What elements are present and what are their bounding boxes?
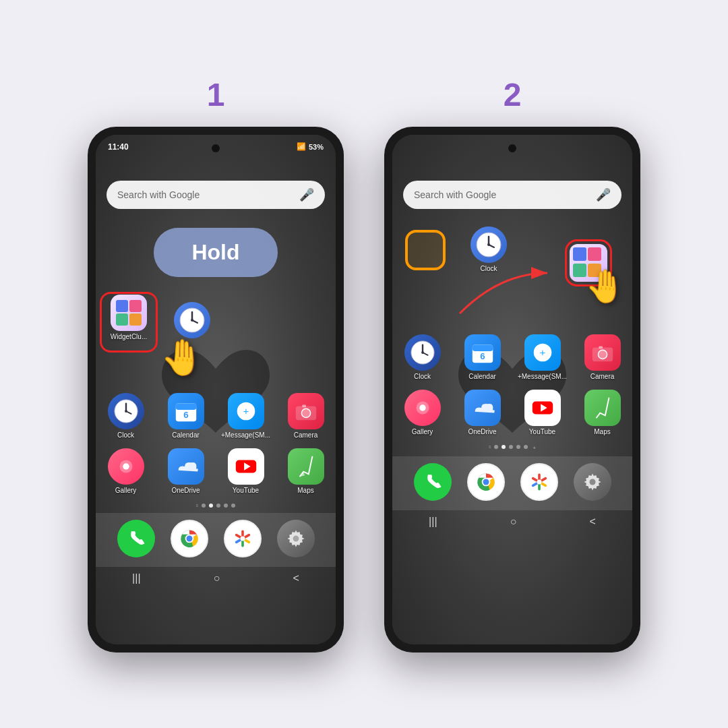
screen-content-2: Search with Google 🎤 xyxy=(392,135,632,644)
phone-1: 11:40 📶 53% Search with Google 🎤 xyxy=(88,127,344,653)
hold-section: Hold xyxy=(96,220,336,285)
app-calendar-1[interactable]: 6 Calendar xyxy=(162,393,210,439)
svg-rect-15 xyxy=(302,404,306,407)
main-container: 1 11:40 📶 53% xyxy=(61,49,667,679)
dot2-5 xyxy=(524,445,528,449)
mic-icon-2: 🎤 xyxy=(596,187,611,202)
camera-notch-1 xyxy=(212,144,220,152)
app-calendar-label-2: Calendar xyxy=(468,373,496,380)
nav-back-2[interactable]: < xyxy=(590,516,596,528)
hand-cursor-2: 🤚 xyxy=(585,268,626,305)
apps-row2-2: Clock 6 Calendar xyxy=(392,334,632,380)
dot-5 xyxy=(231,504,235,508)
battery-text: 53% xyxy=(309,143,324,151)
hold-button: Hold xyxy=(154,228,277,277)
wifi-icon: 📶 xyxy=(297,142,306,151)
nav-recent-1[interactable]: ||| xyxy=(132,572,140,584)
dock-phone-1[interactable] xyxy=(113,520,160,557)
apps-row2-1: Clock 6 Calendar xyxy=(96,393,336,439)
svg-text:+: + xyxy=(243,404,249,416)
app-clock-1[interactable]: Clock xyxy=(102,393,150,439)
dock-settings-2[interactable] xyxy=(569,463,616,501)
svg-point-14 xyxy=(301,408,310,417)
app-clock-top-2[interactable]: Clock xyxy=(465,226,512,272)
search-bar-1[interactable]: Search with Google 🎤 xyxy=(107,181,325,209)
nav-home-1[interactable]: ○ xyxy=(214,572,220,584)
dock-photos-1[interactable] xyxy=(219,520,266,557)
svg-point-24 xyxy=(240,536,245,541)
svg-text:+: + xyxy=(539,346,545,357)
dot-4 xyxy=(224,504,228,508)
app-messages-2[interactable]: + +Message(SM... xyxy=(519,334,566,380)
hand-cursor-1: 🤚 xyxy=(160,337,204,378)
app-camera-label-1: Camera xyxy=(294,431,318,439)
dock-settings-1[interactable] xyxy=(272,520,320,557)
dot2-3 xyxy=(509,445,513,449)
status-time-1: 11:40 xyxy=(108,142,129,152)
search-text-2: Search with Google xyxy=(414,189,590,200)
app-gallery-label-1: Gallery xyxy=(115,487,137,494)
app-gallery-1[interactable]: Gallery xyxy=(102,448,150,494)
svg-point-51 xyxy=(537,479,541,484)
svg-point-7 xyxy=(125,410,127,413)
dock-photos-2[interactable] xyxy=(516,463,563,501)
search-text-1: Search with Google xyxy=(117,189,294,200)
floating-widgetclub: 🤚 xyxy=(565,239,612,286)
app-widgetclub[interactable]: WidgetClu... xyxy=(105,295,152,340)
app-youtube-1[interactable]: YouTube xyxy=(222,448,270,494)
step-1: 1 11:40 📶 53% xyxy=(88,76,344,653)
app-clock-top-1[interactable] xyxy=(169,302,216,340)
phone-screen-2: Search with Google 🎤 xyxy=(392,135,632,644)
nav-recent-2[interactable]: ||| xyxy=(429,516,437,528)
app-clock-label-1: Clock xyxy=(117,431,134,439)
phone-2: Search with Google 🎤 xyxy=(384,127,640,653)
mic-icon-1: 🎤 xyxy=(299,187,314,202)
nav-back-1[interactable]: < xyxy=(293,572,299,584)
app-youtube-2[interactable]: YouTube xyxy=(519,390,566,435)
svg-rect-43 xyxy=(599,346,603,348)
app-clock-2[interactable]: Clock xyxy=(399,334,446,380)
svg-point-3 xyxy=(191,319,193,322)
dock-2 xyxy=(392,456,632,510)
app-calendar-2[interactable]: 6 Calendar xyxy=(459,334,506,380)
status-right-1: 📶 53% xyxy=(297,142,324,151)
app-onedrive-1[interactable]: OneDrive xyxy=(162,448,210,494)
app-camera-1[interactable]: Camera xyxy=(282,393,330,439)
app-youtube-label-2: YouTube xyxy=(529,428,555,435)
dock-phone-2[interactable] xyxy=(409,463,456,501)
app-youtube-label-1: YouTube xyxy=(233,487,259,494)
svg-text:6: 6 xyxy=(183,409,188,419)
dot-1 xyxy=(202,504,206,508)
camera-notch-2 xyxy=(508,144,516,152)
nav-bar-1: ||| ○ < xyxy=(96,567,336,593)
app-widgetclub-label: WidgetClu... xyxy=(111,333,147,340)
app-maps-2[interactable]: Maps xyxy=(579,390,626,435)
app-maps-1[interactable]: Maps xyxy=(282,448,330,494)
app-messages-label-1: +Message(SM... xyxy=(221,431,270,439)
nav-home-2[interactable]: ○ xyxy=(510,516,517,528)
app-gallery-2[interactable]: Gallery xyxy=(399,390,446,435)
app-clock-top-label-2: Clock xyxy=(480,265,497,272)
app-clock-label-2: Clock xyxy=(414,373,431,380)
dot2-1 xyxy=(494,445,498,449)
nav-bar-2: ||| ○ < xyxy=(392,510,632,536)
top-apps-row-1: WidgetClu... xyxy=(96,295,336,340)
svg-point-42 xyxy=(598,350,607,359)
app-camera-2[interactable]: Camera xyxy=(579,334,626,380)
svg-text:6: 6 xyxy=(480,351,485,361)
step-2: 2 Search with Google xyxy=(384,76,640,653)
screen-content-1: 11:40 📶 53% Search with Google 🎤 xyxy=(96,135,336,644)
svg-point-26 xyxy=(293,535,299,541)
dock-chrome-1[interactable] xyxy=(166,520,213,557)
app-messages-1[interactable]: + +Message(SM... xyxy=(222,393,270,439)
app-onedrive-label-1: OneDrive xyxy=(171,487,200,494)
step-2-number: 2 xyxy=(504,76,522,113)
app-onedrive-2[interactable]: OneDrive xyxy=(459,390,506,435)
svg-point-23 xyxy=(186,535,192,541)
empty-slot-2 xyxy=(402,230,449,272)
app-camera-label-2: Camera xyxy=(590,373,615,380)
dock-chrome-2[interactable] xyxy=(462,463,510,501)
search-bar-2[interactable]: Search with Google 🎤 xyxy=(403,181,621,209)
dot2-2 xyxy=(502,445,506,449)
svg-point-17 xyxy=(123,463,129,470)
